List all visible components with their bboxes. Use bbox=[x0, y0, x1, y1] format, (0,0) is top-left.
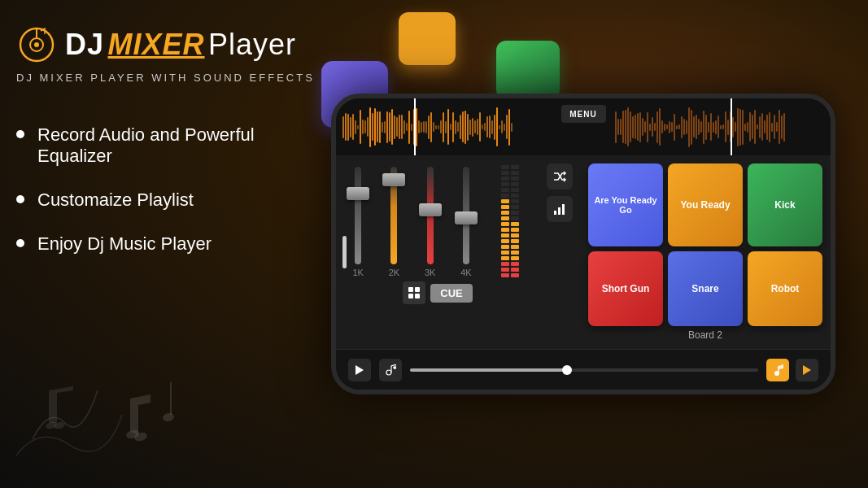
vu-segment bbox=[511, 262, 519, 266]
phone-main-area: 1K 2K 3K bbox=[336, 155, 831, 349]
pad-you-ready[interactable]: You Ready bbox=[668, 163, 743, 246]
wave-bar bbox=[625, 110, 626, 144]
wave-bar bbox=[698, 119, 700, 135]
wave-bar bbox=[352, 114, 354, 140]
fader-thumb-1k[interactable] bbox=[347, 187, 369, 200]
vu-segment bbox=[501, 176, 509, 181]
vu-segment bbox=[511, 216, 519, 220]
phone-container: MENU 1K bbox=[307, 24, 860, 464]
progress-bar[interactable] bbox=[410, 368, 758, 372]
wave-bar bbox=[506, 115, 508, 139]
wave-bar bbox=[678, 124, 680, 129]
fader-track-3k: 3K bbox=[425, 167, 435, 277]
wave-bar bbox=[652, 117, 653, 137]
wave-bar bbox=[399, 115, 400, 139]
vu-segment bbox=[511, 176, 519, 181]
grid-icon-button[interactable] bbox=[403, 281, 425, 304]
wave-bar bbox=[764, 120, 765, 133]
music-note-button[interactable] bbox=[766, 359, 789, 381]
soundboard-panel: Are You Ready Go You Ready Kick Short Gu… bbox=[580, 155, 831, 349]
wave-bar bbox=[377, 111, 378, 142]
wave-bar bbox=[482, 124, 483, 129]
menu-button[interactable]: MENU bbox=[561, 105, 606, 123]
wave-bar bbox=[630, 111, 631, 142]
wave-bar bbox=[455, 120, 456, 134]
wave-bar bbox=[713, 122, 714, 133]
wave-bar bbox=[761, 113, 763, 141]
logo-area: DJ MIXER Player bbox=[16, 24, 317, 65]
fader-label-1k: 1K bbox=[352, 268, 363, 277]
play-button[interactable] bbox=[348, 359, 371, 381]
vu-segment bbox=[511, 188, 519, 192]
chart-button[interactable] bbox=[547, 196, 573, 222]
phone-body: MENU 1K bbox=[331, 94, 835, 394]
wave-bar bbox=[774, 115, 775, 139]
vu-segment bbox=[511, 194, 519, 198]
add-music-button[interactable] bbox=[379, 359, 402, 381]
wave-bar bbox=[469, 120, 471, 135]
right-transport-buttons bbox=[766, 359, 818, 381]
wave-bar bbox=[720, 125, 722, 129]
svg-rect-13 bbox=[554, 211, 556, 215]
pad-short-gun[interactable]: Short Gun bbox=[588, 251, 663, 326]
vu-segment bbox=[511, 165, 519, 169]
vu-segment bbox=[501, 211, 509, 215]
wave-bar bbox=[477, 119, 478, 135]
vu-segment bbox=[511, 233, 519, 237]
wave-bar bbox=[686, 120, 687, 134]
feature-text-3: Enjoy Dj Music Player bbox=[37, 233, 212, 255]
wave-bar bbox=[391, 109, 393, 145]
shuffle-button[interactable] bbox=[547, 163, 573, 190]
logo-dj: DJ bbox=[65, 28, 104, 61]
wave-bar bbox=[715, 120, 717, 134]
waveform-left bbox=[336, 98, 559, 155]
wave-bar bbox=[752, 115, 753, 139]
pad-robot[interactable]: Robot bbox=[748, 251, 822, 326]
wave-bar bbox=[342, 116, 344, 138]
svg-rect-10 bbox=[415, 287, 420, 292]
wave-bar bbox=[430, 112, 432, 142]
wave-bar bbox=[379, 111, 381, 143]
wave-bar bbox=[739, 109, 741, 146]
wave-bar bbox=[696, 115, 697, 139]
fader-thumb-4k[interactable] bbox=[455, 211, 478, 224]
wave-bar bbox=[401, 115, 403, 139]
fader-label-3k: 3K bbox=[425, 268, 435, 277]
wave-bar bbox=[462, 111, 464, 142]
vu-meter bbox=[501, 163, 519, 277]
fader-rail-4k bbox=[463, 167, 469, 264]
wave-bar bbox=[499, 125, 500, 129]
fader-thumb-3k[interactable] bbox=[419, 203, 442, 216]
wave-bar bbox=[418, 120, 420, 133]
wave-bar bbox=[742, 110, 744, 145]
play-button-right[interactable] bbox=[796, 359, 818, 381]
left-position-marker bbox=[414, 98, 416, 155]
wave-bar bbox=[465, 111, 466, 144]
wave-bar bbox=[703, 111, 704, 144]
wave-bar bbox=[744, 124, 746, 131]
vu-segment bbox=[501, 251, 509, 255]
waveform-area: MENU bbox=[336, 98, 831, 155]
add-music-icon bbox=[385, 364, 396, 376]
vu-segment bbox=[511, 268, 519, 272]
fader-thumb-2k[interactable] bbox=[382, 173, 405, 186]
vu-segment bbox=[511, 228, 519, 232]
pad-kick[interactable]: Kick bbox=[748, 163, 822, 246]
wave-bar bbox=[664, 124, 665, 131]
cue-button[interactable]: CUE bbox=[430, 284, 472, 303]
scroll-indicator bbox=[342, 236, 347, 268]
wave-bar bbox=[394, 115, 395, 139]
wave-bar bbox=[654, 123, 656, 131]
wave-bar bbox=[440, 120, 442, 133]
wave-bar bbox=[674, 114, 675, 141]
wave-bar bbox=[725, 111, 726, 142]
wave-bar bbox=[639, 112, 641, 142]
pad-are-you-ready-go[interactable]: Are You Ready Go bbox=[588, 163, 663, 246]
wave-bar bbox=[688, 107, 690, 147]
wave-bar bbox=[511, 123, 513, 132]
wave-bar bbox=[423, 121, 425, 133]
grid-icon bbox=[408, 286, 421, 299]
fader-rail-2k bbox=[390, 167, 397, 264]
vu-segment bbox=[501, 256, 509, 260]
pad-snare[interactable]: Snare bbox=[668, 251, 743, 326]
